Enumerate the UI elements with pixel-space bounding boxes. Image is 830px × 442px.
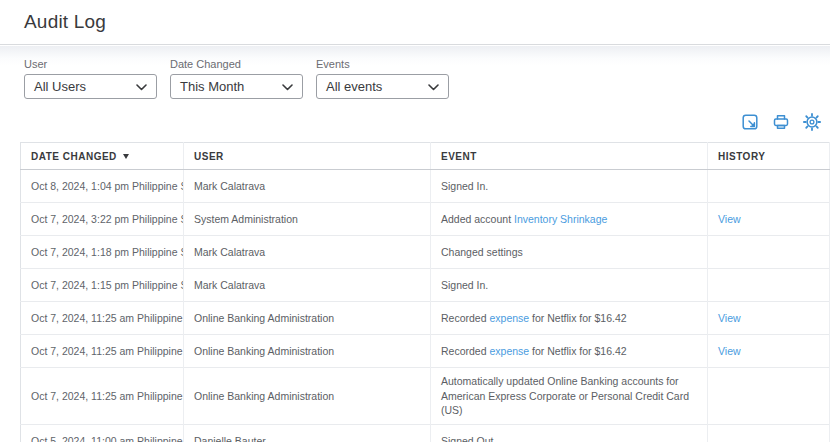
filter-events-label: Events bbox=[316, 58, 449, 70]
export-icon[interactable] bbox=[741, 113, 759, 131]
cell-history: View bbox=[708, 302, 830, 335]
filter-date-changed-label: Date Changed bbox=[170, 58, 303, 70]
content-area: User All Users Date Changed This Month E… bbox=[0, 46, 830, 442]
filter-date-changed: Date Changed This Month bbox=[170, 58, 303, 99]
chevron-down-icon bbox=[130, 79, 147, 94]
cell-date: Oct 7, 2024, 3:22 pm Philippine St... bbox=[21, 203, 184, 236]
cell-history: View bbox=[708, 203, 830, 236]
cell-user: System Administration bbox=[184, 203, 431, 236]
table-row: Oct 7, 2024, 11:25 am Philippine ... Onl… bbox=[21, 302, 830, 335]
event-link[interactable]: Inventory Shrinkage bbox=[514, 213, 607, 225]
cell-history: View bbox=[708, 335, 830, 368]
cell-date: Oct 7, 2024, 1:18 pm Philippine St... bbox=[21, 236, 184, 269]
filter-user-label: User bbox=[24, 58, 157, 70]
settings-gear-icon[interactable] bbox=[803, 113, 821, 131]
filter-events: Events All events bbox=[316, 58, 449, 99]
chevron-down-icon bbox=[276, 79, 293, 94]
chevron-down-icon bbox=[422, 79, 439, 94]
cell-user: Online Banking Administration bbox=[184, 368, 431, 425]
event-link[interactable]: expense bbox=[489, 345, 529, 357]
audit-log-page: Audit Log User All Users Date Changed Th… bbox=[0, 0, 830, 442]
cell-date: Oct 7, 2024, 11:25 am Philippine ... bbox=[21, 302, 184, 335]
view-link[interactable]: View bbox=[718, 345, 741, 357]
table-row: Oct 7, 2024, 11:25 am Philippine ... Onl… bbox=[21, 368, 830, 425]
table-row: Oct 7, 2024, 3:22 pm Philippine St... Sy… bbox=[21, 203, 830, 236]
cell-history bbox=[708, 236, 830, 269]
filter-bar: User All Users Date Changed This Month E… bbox=[0, 46, 830, 99]
column-header-event: EVENT bbox=[431, 143, 708, 170]
cell-date: Oct 7, 2024, 11:25 am Philippine ... bbox=[21, 335, 184, 368]
events-filter-value: All events bbox=[326, 79, 382, 94]
cell-event: Added account Inventory Shrinkage bbox=[431, 203, 708, 236]
cell-user: Online Banking Administration bbox=[184, 302, 431, 335]
filter-user: User All Users bbox=[24, 58, 157, 99]
view-link[interactable]: View bbox=[718, 213, 741, 225]
table-row: Oct 7, 2024, 1:15 pm Philippine St... Ma… bbox=[21, 269, 830, 302]
audit-log-table: DATE CHANGED USER EVENT HISTORY Oct 8, 2… bbox=[20, 142, 830, 442]
print-icon[interactable] bbox=[772, 113, 790, 131]
cell-history bbox=[708, 425, 830, 442]
user-filter-dropdown[interactable]: All Users bbox=[24, 74, 157, 99]
table-toolbar bbox=[0, 99, 830, 131]
user-filter-value: All Users bbox=[34, 79, 86, 94]
cell-user: Mark Calatrava bbox=[184, 236, 431, 269]
table-row: Oct 8, 2024, 1:04 pm Philippine St... Ma… bbox=[21, 170, 830, 203]
date-changed-filter-dropdown[interactable]: This Month bbox=[170, 74, 303, 99]
table-header-row: DATE CHANGED USER EVENT HISTORY bbox=[21, 143, 830, 170]
cell-event: Automatically updated Online Banking acc… bbox=[431, 368, 708, 425]
date-changed-filter-value: This Month bbox=[180, 79, 244, 94]
cell-user: Mark Calatrava bbox=[184, 269, 431, 302]
cell-date: Oct 7, 2024, 1:15 pm Philippine St... bbox=[21, 269, 184, 302]
app-header: Audit Log bbox=[0, 0, 830, 45]
cell-date: Oct 5, 2024, 11:00 am Philippine ... bbox=[21, 425, 184, 442]
event-link[interactable]: expense bbox=[489, 312, 529, 324]
page-title: Audit Log bbox=[24, 11, 106, 33]
cell-event: Signed Out. bbox=[431, 425, 708, 442]
cell-event: Recorded expense for Netflix for $16.42 bbox=[431, 302, 708, 335]
cell-history bbox=[708, 170, 830, 203]
cell-history bbox=[708, 368, 830, 425]
cell-event: Signed In. bbox=[431, 170, 708, 203]
cell-history bbox=[708, 269, 830, 302]
cell-date: Oct 7, 2024, 11:25 am Philippine ... bbox=[21, 368, 184, 425]
cell-event: Signed In. bbox=[431, 269, 708, 302]
sort-desc-icon bbox=[123, 154, 129, 159]
cell-user: Online Banking Administration bbox=[184, 335, 431, 368]
column-header-user: USER bbox=[184, 143, 431, 170]
cell-user: Danielle Bauter bbox=[184, 425, 431, 442]
table-row: Oct 7, 2024, 1:18 pm Philippine St... Ma… bbox=[21, 236, 830, 269]
cell-event: Changed settings bbox=[431, 236, 708, 269]
cell-date: Oct 8, 2024, 1:04 pm Philippine St... bbox=[21, 170, 184, 203]
view-link[interactable]: View bbox=[718, 312, 741, 324]
column-header-date-changed[interactable]: DATE CHANGED bbox=[21, 143, 184, 170]
cell-event: Recorded expense for Netflix for $16.42 bbox=[431, 335, 708, 368]
table-row: Oct 7, 2024, 11:25 am Philippine ... Onl… bbox=[21, 335, 830, 368]
cell-user: Mark Calatrava bbox=[184, 170, 431, 203]
table-row: Oct 5, 2024, 11:00 am Philippine ... Dan… bbox=[21, 425, 830, 442]
column-header-history: HISTORY bbox=[708, 143, 830, 170]
events-filter-dropdown[interactable]: All events bbox=[316, 74, 449, 99]
